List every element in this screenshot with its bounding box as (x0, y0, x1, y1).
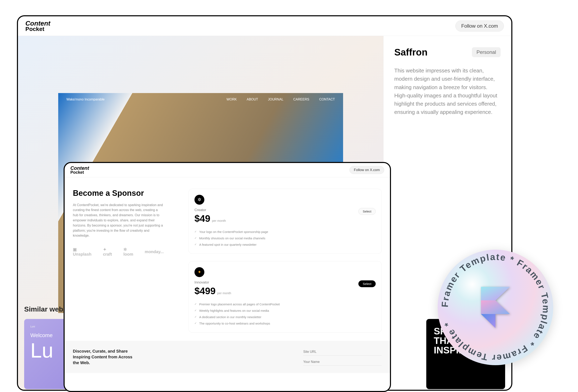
logo-loom: ✲ loom (123, 247, 137, 257)
mock-nav-item: ABOUT (247, 98, 258, 101)
plan-price: $499 (194, 285, 216, 297)
site-title: Saffron (394, 47, 428, 58)
select-button[interactable]: Select (358, 280, 376, 287)
brand-logo[interactable]: Content Pocket (70, 166, 89, 174)
plan-period: per month (212, 219, 226, 222)
feature-item: Monthly shoutouts on our social media ch… (194, 235, 376, 241)
category-badge: Personal (472, 47, 501, 57)
header: Content Pocket Follow on X.com (65, 163, 390, 177)
sponsor-logos: ▣ Unsplash ✦ craft ✲ loom monday... (73, 247, 164, 257)
sponsor-window: Content Pocket Follow on X.com Become a … (64, 162, 391, 392)
feature-item: A featured spot in our quarterly newslet… (194, 241, 376, 248)
submit-footer: Discover, Curate, and Share Inspiring Co… (65, 341, 390, 373)
sparkle-icon: ✦ (194, 267, 204, 277)
brand-logo[interactable]: Content Pocket (25, 20, 50, 32)
footer-title: Discover, Curate, and Share Inspiring Co… (73, 348, 139, 366)
follow-button[interactable]: Follow on X.com (349, 166, 384, 174)
logo-craft: ✦ craft (103, 247, 116, 257)
plan-period: per month (217, 291, 231, 295)
feature-item: The opportunity to co-host webinars and … (194, 320, 376, 327)
header: Content Pocket Follow on X.com (18, 16, 511, 36)
framer-template-sticker: Framer Template * Framer Template * Fram… (438, 250, 553, 365)
mock-nav-item: WORK (227, 98, 237, 101)
plan-innovator: ✦ Innovator $499 per month Select Premie… (189, 261, 382, 333)
select-button[interactable]: Select (358, 208, 376, 215)
feature-item: Your logo on the ContentPocket sponsorsh… (194, 229, 376, 235)
sponsor-title: Become a Sponsor (73, 189, 164, 198)
mock-brand: Waka'mono Incomparable (66, 98, 105, 101)
follow-button[interactable]: Follow on X.com (455, 20, 504, 32)
plan-name: Creator (194, 208, 226, 212)
plan-features: Your logo on the ContentPocket sponsorsh… (194, 229, 376, 248)
plan-creator: ✲ Creator $49 per month Select Your logo… (189, 189, 382, 254)
mock-nav-item: JOURNAL (268, 98, 284, 101)
mock-nav-item: CAREERS (293, 98, 309, 101)
gear-icon: ✲ (194, 195, 204, 205)
feature-item: Premier logo placement across all pages … (194, 301, 376, 307)
site-url-input[interactable] (303, 348, 382, 355)
sponsor-description: At ContentPocket, we're dedicated to spa… (73, 203, 164, 238)
your-name-input[interactable] (303, 358, 382, 366)
plan-name: Innovator (194, 280, 231, 285)
logo-monday: monday... (145, 249, 164, 254)
framer-logo-icon (477, 289, 514, 326)
feature-item: Weekly highlights and features on our so… (194, 307, 376, 314)
feature-item: A dedicated section in our monthly newsl… (194, 314, 376, 320)
plan-features: Premier logo placement across all pages … (194, 301, 376, 327)
logo-unsplash: ▣ Unsplash (73, 247, 96, 257)
site-description: This website impresses with its clean, m… (394, 66, 501, 116)
plan-price: $49 (194, 213, 210, 224)
mock-nav-item: CONTACT (319, 98, 335, 101)
